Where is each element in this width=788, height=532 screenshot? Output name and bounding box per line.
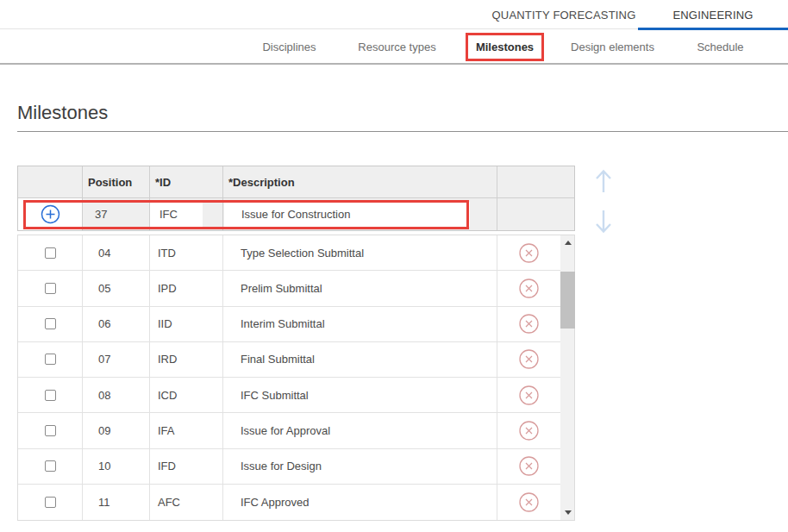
header-position: Position xyxy=(83,166,150,197)
move-row-down-button[interactable] xyxy=(590,207,617,236)
table-rows: 04 ITD Type Selection Submittal 05 IPD P… xyxy=(18,235,560,520)
subtab-resource-types[interactable]: Resource types xyxy=(343,41,451,53)
header-id: *ID xyxy=(150,166,223,197)
cell-position: 06 xyxy=(83,307,150,341)
delete-row-button[interactable] xyxy=(518,491,540,513)
subtab-milestones[interactable]: Milestones xyxy=(451,33,559,61)
table-row: 08 ICD IFC Submittal xyxy=(18,378,560,413)
add-actions-cell xyxy=(497,198,574,230)
x-circle-icon xyxy=(518,348,540,370)
row-checkbox[interactable] xyxy=(45,354,56,365)
subtab-label: Milestones xyxy=(476,41,534,53)
milestones-table-header: Position *ID *Description 37 xyxy=(17,166,575,231)
table-row: 09 IFA Issue for Approval xyxy=(18,413,560,448)
plus-circle-icon xyxy=(40,203,61,225)
delete-row-button[interactable] xyxy=(518,242,540,264)
cell-id: ITD xyxy=(150,235,223,270)
row-checkbox[interactable] xyxy=(45,497,56,508)
cell-description: Issue for Design xyxy=(223,449,497,484)
move-row-up-button[interactable] xyxy=(590,166,617,196)
tab-label: QUANTITY FORECASTING xyxy=(492,9,636,22)
row-move-controls xyxy=(590,166,617,236)
x-circle-icon xyxy=(518,420,540,441)
arrow-up-icon xyxy=(594,168,613,194)
add-position-value: 37 xyxy=(83,198,150,230)
delete-row-button[interactable] xyxy=(518,420,540,441)
triangle-up-icon xyxy=(565,241,572,245)
cell-position: 09 xyxy=(83,413,150,448)
delete-row-button[interactable] xyxy=(518,278,540,299)
table-row: 11 AFC IFC Approved xyxy=(18,485,560,520)
add-id-cell xyxy=(150,198,223,230)
cell-description: Type Selection Submittal xyxy=(223,235,497,270)
cell-position: 05 xyxy=(83,271,150,305)
delete-row-button[interactable] xyxy=(518,385,540,406)
row-checkbox[interactable] xyxy=(45,460,56,472)
milestones-table-body: 04 ITD Type Selection Submittal 05 IPD P… xyxy=(17,235,575,521)
delete-row-button[interactable] xyxy=(518,348,540,370)
page-title: Milestones xyxy=(17,102,108,124)
add-cell xyxy=(18,198,83,230)
arrow-down-icon xyxy=(594,209,613,235)
header-select xyxy=(18,166,83,197)
add-milestone-row: 37 xyxy=(18,198,574,230)
cell-position: 11 xyxy=(83,485,150,520)
tab-engineering[interactable]: ENGINEERING xyxy=(638,0,788,29)
table-row: 05 IPD Prelim Submittal xyxy=(18,271,560,306)
row-checkbox[interactable] xyxy=(45,390,56,401)
page: QUANTITY FORECASTING ENGINEERING Discipl… xyxy=(0,0,788,532)
scrollbar[interactable] xyxy=(560,235,574,520)
add-description-input[interactable] xyxy=(224,202,470,227)
cell-position: 08 xyxy=(83,378,150,412)
scroll-up-button[interactable] xyxy=(560,235,575,250)
cell-id: IPD xyxy=(150,271,223,305)
cell-id: IRD xyxy=(150,342,223,377)
row-checkbox[interactable] xyxy=(45,318,56,329)
table-row: 06 IID Interim Submittal xyxy=(18,307,560,342)
annotation-milestones-box: Milestones xyxy=(466,33,544,61)
scroll-down-button[interactable] xyxy=(560,505,575,520)
cell-position: 10 xyxy=(83,449,150,484)
header-actions xyxy=(497,166,574,197)
cell-position: 04 xyxy=(83,235,150,270)
cell-description: Final Submittal xyxy=(223,342,497,377)
cell-description: Interim Submittal xyxy=(223,307,497,341)
table-row: 10 IFD Issue for Design xyxy=(18,449,560,485)
cell-id: IFA xyxy=(150,413,223,448)
table-header-row: Position *ID *Description xyxy=(18,166,574,198)
x-circle-icon xyxy=(518,242,540,264)
add-description-cell xyxy=(223,198,497,230)
cell-description: IFC Submittal xyxy=(223,378,497,412)
subtab-design-elements[interactable]: Design elements xyxy=(559,41,666,53)
scrollbar-thumb[interactable] xyxy=(560,272,575,329)
table-row: 04 ITD Type Selection Submittal xyxy=(18,235,560,271)
add-id-input[interactable] xyxy=(150,202,203,227)
cell-description: IFC Approved xyxy=(223,485,497,520)
tab-label: ENGINEERING xyxy=(672,9,753,22)
cell-id: IFD xyxy=(150,449,223,484)
sub-nav: Disciplines Resource types Milestones De… xyxy=(0,30,788,65)
header-description: *Description xyxy=(223,166,497,197)
delete-row-button[interactable] xyxy=(518,455,540,477)
cell-id: ICD xyxy=(150,378,223,412)
row-checkbox[interactable] xyxy=(45,283,56,294)
table-row: 07 IRD Final Submittal xyxy=(18,342,560,378)
title-divider xyxy=(17,131,788,132)
cell-id: AFC xyxy=(150,485,223,520)
tab-quantity-forecasting[interactable]: QUANTITY FORECASTING xyxy=(490,0,638,29)
cell-description: Prelim Submittal xyxy=(223,271,497,305)
subtab-disciplines[interactable]: Disciplines xyxy=(235,41,343,53)
row-checkbox[interactable] xyxy=(45,425,56,436)
row-checkbox[interactable] xyxy=(45,247,56,259)
add-row-button[interactable] xyxy=(40,203,61,225)
x-circle-icon xyxy=(518,278,540,299)
triangle-down-icon xyxy=(565,510,572,515)
delete-row-button[interactable] xyxy=(518,313,540,335)
x-circle-icon xyxy=(518,385,540,406)
cell-description: Issue for Approval xyxy=(223,413,497,448)
top-nav: QUANTITY FORECASTING ENGINEERING xyxy=(0,0,788,29)
x-circle-icon xyxy=(518,455,540,477)
x-circle-icon xyxy=(518,491,540,513)
cell-id: IID xyxy=(150,307,223,341)
subtab-schedule[interactable]: Schedule xyxy=(666,41,774,53)
